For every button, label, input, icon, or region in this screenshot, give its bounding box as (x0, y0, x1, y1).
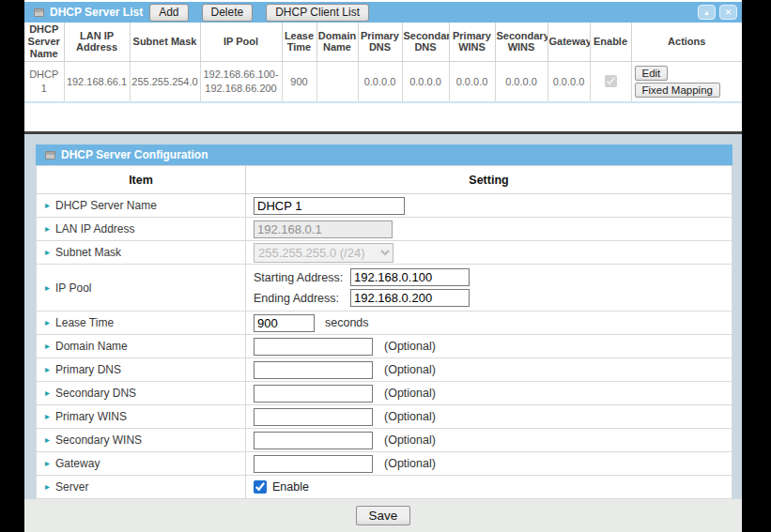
domain-name-input[interactable] (254, 338, 373, 356)
field-label: Secondary WINS (55, 433, 142, 447)
dhcp-server-configuration-header: DHCP Server Configuration (36, 144, 732, 165)
field-label: Gateway (55, 457, 100, 470)
starting-address-label: Starting Address: (254, 271, 350, 284)
add-button[interactable]: Add (149, 4, 188, 22)
config-header-row: Item Setting (37, 166, 732, 194)
bullet-icon: ▸ (45, 364, 50, 374)
collapse-button[interactable]: ▴ (698, 5, 716, 20)
bullet-icon: ▸ (45, 341, 50, 351)
close-button[interactable]: ✕ (719, 5, 737, 20)
ending-address-label: Ending Address: (254, 292, 350, 305)
row-domain-name: ▸Domain Name (Optional) (37, 335, 732, 358)
page-content: DHCP Server List Add Delete DHCP Client … (24, 0, 742, 532)
col-secondary-dns: Secondary DNS (402, 23, 449, 61)
dhcp-server-list-panel: DHCP Server List Add Delete DHCP Client … (24, 0, 742, 131)
row-primary-dns: ▸Primary DNS (Optional) (37, 358, 732, 382)
col-subnet-mask: Subnet Mask (130, 23, 200, 61)
field-label: LAN IP Address (55, 222, 135, 236)
row-dhcp-server-name: ▸DHCP Server Name (37, 194, 732, 218)
dhcp-server-list-table: DHCP Server Name LAN IP Address Subnet M… (24, 23, 742, 103)
bullet-icon: ▸ (45, 434, 50, 445)
bullet-icon: ▸ (45, 282, 50, 293)
table-row: DHCP 1 192.168.66.1 255.255.254.0 192.16… (24, 61, 742, 102)
field-label: IP Pool (55, 281, 91, 295)
bullet-icon: ▸ (45, 458, 50, 468)
optional-note: (Optional) (384, 457, 436, 470)
starting-address-input[interactable] (350, 268, 470, 286)
dhcp-server-list-header: DHCP Server List Add Delete DHCP Client … (24, 2, 742, 23)
delete-button[interactable]: Delete (202, 4, 254, 22)
optional-note: (Optional) (384, 410, 436, 423)
bullet-icon: ▸ (45, 481, 50, 492)
config-table: Item Setting ▸DHCP Server Name ▸LAN IP A… (36, 165, 732, 499)
col-lease-time: Lease Time (282, 23, 316, 61)
col-domain-name: Domain Name (316, 23, 358, 61)
field-label: Server (55, 480, 88, 494)
row-lan-ip-address: ▸LAN IP Address (37, 218, 732, 241)
edit-button[interactable]: Edit (635, 66, 669, 81)
bullet-icon: ▸ (45, 200, 50, 210)
col-enable: Enable (590, 23, 631, 61)
collapse-icon: ▴ (704, 8, 709, 17)
row-lease-time: ▸Lease Time seconds (37, 312, 732, 335)
cell-ip-pool: 192.168.66.100-192.168.66.200 (200, 61, 282, 102)
col-primary-wins: Primary WINS (449, 23, 495, 61)
cell-secondary-wins: 0.0.0.0 (495, 61, 547, 102)
table-header-row: DHCP Server Name LAN IP Address Subnet M… (24, 23, 742, 61)
col-ip-pool: IP Pool (200, 23, 282, 61)
bullet-icon: ▸ (45, 317, 50, 327)
gateway-input[interactable] (254, 455, 373, 473)
optional-note: (Optional) (384, 433, 436, 447)
lease-time-input[interactable] (254, 314, 315, 332)
col-gateway: Gateway (547, 23, 590, 61)
enable-label: Enable (272, 480, 309, 494)
panel-controls: ▴ ✕ (698, 5, 737, 20)
fixed-mapping-button[interactable]: Fixed Mapping (635, 83, 720, 98)
row-secondary-wins: ▸Secondary WINS (Optional) (37, 429, 732, 452)
cell-primary-dns: 0.0.0.0 (358, 61, 402, 102)
seconds-label: seconds (325, 316, 369, 329)
dhcp-client-list-button[interactable]: DHCP Client List (266, 4, 369, 22)
primary-wins-input[interactable] (254, 408, 373, 426)
secondary-wins-input[interactable] (254, 432, 373, 449)
cell-actions: Edit Fixed Mapping (631, 61, 742, 102)
col-dhcp-server-name: DHCP Server Name (24, 23, 64, 61)
bullet-icon: ▸ (45, 247, 50, 257)
subnet-mask-select: 255.255.255.0 (/24) (254, 243, 393, 263)
setting-header: Setting (246, 166, 732, 194)
field-label: Subnet Mask (55, 246, 121, 259)
ending-address-input[interactable] (350, 289, 470, 307)
cell-lan-ip: 192.168.66.1 (64, 61, 130, 102)
dhcp-server-name-input[interactable] (254, 197, 405, 215)
cell-server-name: DHCP 1 (24, 61, 64, 102)
row-secondary-dns: ▸Secondary DNS (Optional) (37, 382, 732, 405)
field-label: Lease Time (55, 316, 114, 329)
row-ip-pool: ▸IP Pool Starting Address: Ending Addres… (37, 265, 732, 312)
cell-primary-wins: 0.0.0.0 (449, 61, 495, 102)
footer-bar: Save (24, 499, 742, 532)
cell-lease: 900 (282, 61, 316, 102)
col-secondary-wins: Secondary WINS (495, 23, 547, 61)
config-title: DHCP Server Configuration (61, 148, 208, 161)
bullet-icon: ▸ (45, 411, 50, 421)
close-icon: ✕ (725, 8, 732, 17)
optional-note: (Optional) (384, 363, 436, 376)
secondary-dns-input[interactable] (254, 385, 373, 403)
cell-enable (590, 61, 631, 102)
config-section: DHCP Server Configuration Item Setting ▸… (24, 134, 742, 499)
server-enable-checkbox[interactable] (254, 480, 267, 494)
row-server: ▸Server Enable (37, 476, 732, 499)
field-label: Primary DNS (55, 363, 121, 376)
item-header: Item (37, 166, 246, 194)
col-lan-ip-address: LAN IP Address (64, 23, 130, 61)
field-label: Domain Name (55, 340, 128, 353)
row-primary-wins: ▸Primary WINS (Optional) (37, 405, 732, 429)
window-icon (45, 151, 55, 160)
panel-title: DHCP Server List (50, 6, 143, 19)
dhcp-server-configuration-panel: DHCP Server Configuration Item Setting ▸… (36, 144, 732, 499)
primary-dns-input[interactable] (254, 361, 373, 379)
save-button[interactable]: Save (356, 506, 411, 525)
window-icon (34, 8, 44, 17)
field-label: DHCP Server Name (55, 199, 157, 212)
lan-ip-input (254, 220, 393, 238)
